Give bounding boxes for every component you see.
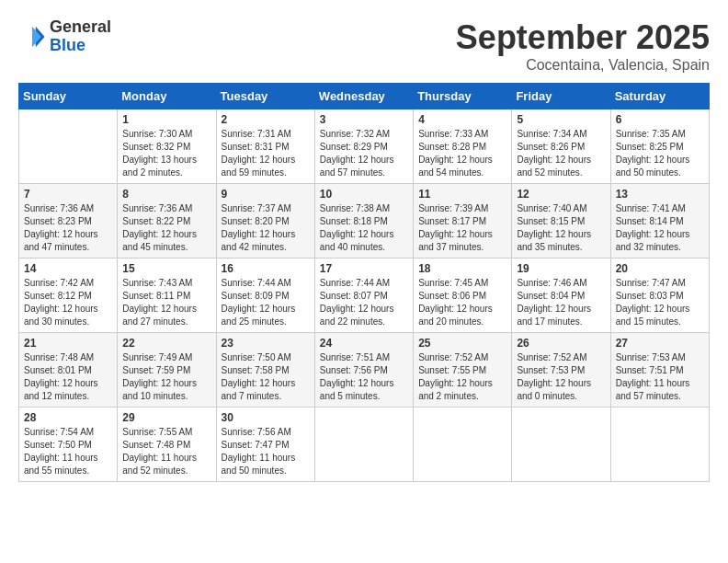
cell-content: Sunrise: 7:39 AM Sunset: 8:17 PM Dayligh… xyxy=(418,202,506,254)
cell-content: Sunrise: 7:34 AM Sunset: 8:26 PM Dayligh… xyxy=(517,128,605,179)
calendar-cell xyxy=(414,408,512,482)
cell-content: Sunrise: 7:48 AM Sunset: 8:01 PM Dayligh… xyxy=(24,351,112,403)
calendar-body: 1Sunrise: 7:30 AM Sunset: 8:32 PM Daylig… xyxy=(19,109,710,482)
day-number: 27 xyxy=(616,337,704,350)
calendar-cell: 3Sunrise: 7:32 AM Sunset: 8:29 PM Daylig… xyxy=(314,109,413,184)
calendar-cell: 9Sunrise: 7:37 AM Sunset: 8:20 PM Daylig… xyxy=(216,184,314,259)
day-number: 22 xyxy=(122,337,210,350)
header-cell-wednesday: Wednesday xyxy=(314,84,413,109)
day-number: 20 xyxy=(616,262,704,275)
calendar-cell: 15Sunrise: 7:43 AM Sunset: 8:11 PM Dayli… xyxy=(118,259,216,333)
week-row-5: 28Sunrise: 7:54 AM Sunset: 7:50 PM Dayli… xyxy=(19,408,710,482)
calendar-cell: 19Sunrise: 7:46 AM Sunset: 8:04 PM Dayli… xyxy=(512,259,610,333)
header-cell-tuesday: Tuesday xyxy=(216,84,314,109)
week-row-3: 14Sunrise: 7:42 AM Sunset: 8:12 PM Dayli… xyxy=(19,259,710,333)
calendar-cell: 20Sunrise: 7:47 AM Sunset: 8:03 PM Dayli… xyxy=(610,259,709,333)
logo-general: General xyxy=(50,17,111,36)
day-number: 9 xyxy=(222,188,310,201)
day-number: 16 xyxy=(222,262,310,275)
logo-text: General Blue xyxy=(50,18,111,55)
day-number: 21 xyxy=(24,337,112,350)
page-header: General Blue September 2025 Cocentaina, … xyxy=(18,18,710,74)
cell-content: Sunrise: 7:42 AM Sunset: 8:12 PM Dayligh… xyxy=(24,277,112,328)
cell-content: Sunrise: 7:36 AM Sunset: 8:23 PM Dayligh… xyxy=(24,202,112,254)
calendar-cell: 11Sunrise: 7:39 AM Sunset: 8:17 PM Dayli… xyxy=(414,184,512,259)
calendar-cell: 21Sunrise: 7:48 AM Sunset: 8:01 PM Dayli… xyxy=(19,333,118,408)
calendar-header: SundayMondayTuesdayWednesdayThursdayFrid… xyxy=(19,84,710,109)
day-number: 24 xyxy=(320,337,408,350)
day-number: 29 xyxy=(122,411,210,424)
header-row: SundayMondayTuesdayWednesdayThursdayFrid… xyxy=(19,84,710,109)
header-cell-saturday: Saturday xyxy=(610,84,709,109)
calendar-cell: 25Sunrise: 7:52 AM Sunset: 7:55 PM Dayli… xyxy=(414,333,512,408)
calendar-cell: 29Sunrise: 7:55 AM Sunset: 7:48 PM Dayli… xyxy=(118,408,216,482)
cell-content: Sunrise: 7:45 AM Sunset: 8:06 PM Dayligh… xyxy=(418,277,506,328)
day-number: 17 xyxy=(320,262,408,275)
calendar-cell: 10Sunrise: 7:38 AM Sunset: 8:18 PM Dayli… xyxy=(314,184,413,259)
calendar-cell: 23Sunrise: 7:50 AM Sunset: 7:58 PM Dayli… xyxy=(216,333,314,408)
day-number: 15 xyxy=(122,262,210,275)
cell-content: Sunrise: 7:56 AM Sunset: 7:47 PM Dayligh… xyxy=(222,426,310,477)
day-number: 5 xyxy=(517,113,605,126)
day-number: 4 xyxy=(418,113,506,126)
calendar-cell xyxy=(314,408,413,482)
day-number: 19 xyxy=(517,262,605,275)
cell-content: Sunrise: 7:38 AM Sunset: 8:18 PM Dayligh… xyxy=(320,202,408,254)
calendar-cell: 7Sunrise: 7:36 AM Sunset: 8:23 PM Daylig… xyxy=(19,184,118,259)
calendar-cell: 8Sunrise: 7:36 AM Sunset: 8:22 PM Daylig… xyxy=(118,184,216,259)
calendar-cell: 26Sunrise: 7:52 AM Sunset: 7:53 PM Dayli… xyxy=(512,333,610,408)
cell-content: Sunrise: 7:54 AM Sunset: 7:50 PM Dayligh… xyxy=(24,426,112,477)
day-number: 3 xyxy=(320,113,408,126)
cell-content: Sunrise: 7:36 AM Sunset: 8:22 PM Dayligh… xyxy=(122,202,210,254)
calendar-cell: 5Sunrise: 7:34 AM Sunset: 8:26 PM Daylig… xyxy=(512,109,610,184)
day-number: 11 xyxy=(418,188,506,201)
calendar-cell: 12Sunrise: 7:40 AM Sunset: 8:15 PM Dayli… xyxy=(512,184,610,259)
logo-icon xyxy=(18,23,46,51)
cell-content: Sunrise: 7:44 AM Sunset: 8:07 PM Dayligh… xyxy=(320,277,408,328)
day-number: 12 xyxy=(517,188,605,201)
day-number: 14 xyxy=(24,262,112,275)
header-cell-sunday: Sunday xyxy=(19,84,118,109)
calendar-cell xyxy=(610,408,709,482)
day-number: 10 xyxy=(320,188,408,201)
cell-content: Sunrise: 7:47 AM Sunset: 8:03 PM Dayligh… xyxy=(616,277,704,328)
cell-content: Sunrise: 7:50 AM Sunset: 7:58 PM Dayligh… xyxy=(222,351,310,403)
title-block: September 2025 Cocentaina, Valencia, Spa… xyxy=(456,18,710,74)
logo-blue: Blue xyxy=(50,36,85,54)
day-number: 2 xyxy=(222,113,310,126)
day-number: 1 xyxy=(122,113,210,126)
cell-content: Sunrise: 7:52 AM Sunset: 7:53 PM Dayligh… xyxy=(517,351,605,403)
cell-content: Sunrise: 7:31 AM Sunset: 8:31 PM Dayligh… xyxy=(222,128,310,179)
day-number: 13 xyxy=(616,188,704,201)
calendar-cell: 22Sunrise: 7:49 AM Sunset: 7:59 PM Dayli… xyxy=(118,333,216,408)
cell-content: Sunrise: 7:41 AM Sunset: 8:14 PM Dayligh… xyxy=(616,202,704,254)
cell-content: Sunrise: 7:35 AM Sunset: 8:25 PM Dayligh… xyxy=(616,128,704,179)
cell-content: Sunrise: 7:33 AM Sunset: 8:28 PM Dayligh… xyxy=(418,128,506,179)
cell-content: Sunrise: 7:53 AM Sunset: 7:51 PM Dayligh… xyxy=(616,351,704,403)
day-number: 18 xyxy=(418,262,506,275)
cell-content: Sunrise: 7:49 AM Sunset: 7:59 PM Dayligh… xyxy=(122,351,210,403)
cell-content: Sunrise: 7:44 AM Sunset: 8:09 PM Dayligh… xyxy=(222,277,310,328)
header-cell-thursday: Thursday xyxy=(414,84,512,109)
day-number: 23 xyxy=(222,337,310,350)
location: Cocentaina, Valencia, Spain xyxy=(456,57,710,74)
cell-content: Sunrise: 7:37 AM Sunset: 8:20 PM Dayligh… xyxy=(222,202,310,254)
calendar-table: SundayMondayTuesdayWednesdayThursdayFrid… xyxy=(18,83,710,482)
week-row-1: 1Sunrise: 7:30 AM Sunset: 8:32 PM Daylig… xyxy=(19,109,710,184)
calendar-cell: 28Sunrise: 7:54 AM Sunset: 7:50 PM Dayli… xyxy=(19,408,118,482)
calendar-cell: 16Sunrise: 7:44 AM Sunset: 8:09 PM Dayli… xyxy=(216,259,314,333)
cell-content: Sunrise: 7:55 AM Sunset: 7:48 PM Dayligh… xyxy=(122,426,210,477)
month-title: September 2025 xyxy=(456,18,710,57)
header-cell-monday: Monday xyxy=(118,84,216,109)
cell-content: Sunrise: 7:32 AM Sunset: 8:29 PM Dayligh… xyxy=(320,128,408,179)
calendar-cell: 17Sunrise: 7:44 AM Sunset: 8:07 PM Dayli… xyxy=(314,259,413,333)
day-number: 28 xyxy=(24,411,112,424)
calendar-cell: 2Sunrise: 7:31 AM Sunset: 8:31 PM Daylig… xyxy=(216,109,314,184)
day-number: 6 xyxy=(616,113,704,126)
day-number: 25 xyxy=(418,337,506,350)
day-number: 30 xyxy=(222,411,310,424)
logo: General Blue xyxy=(18,18,111,55)
calendar-cell: 18Sunrise: 7:45 AM Sunset: 8:06 PM Dayli… xyxy=(414,259,512,333)
cell-content: Sunrise: 7:51 AM Sunset: 7:56 PM Dayligh… xyxy=(320,351,408,403)
calendar-cell: 4Sunrise: 7:33 AM Sunset: 8:28 PM Daylig… xyxy=(414,109,512,184)
